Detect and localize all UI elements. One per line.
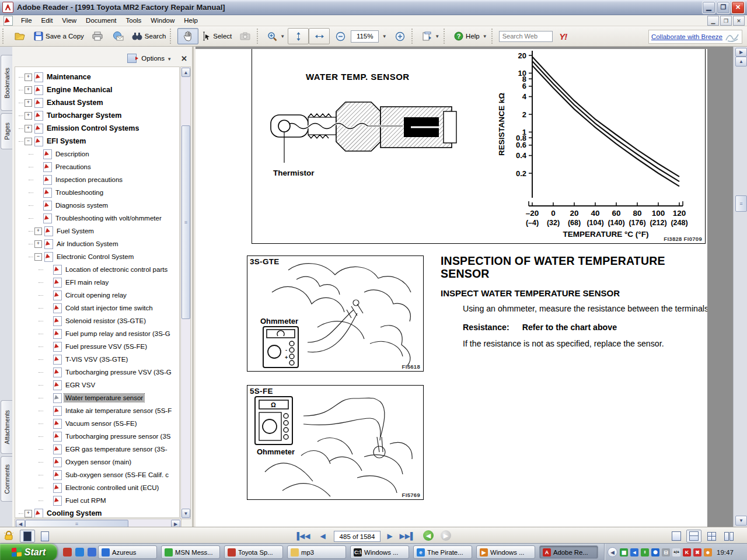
bookmark-item[interactable]: Description [15,148,179,160]
doc-minimize-button[interactable]: ▁ [707,16,719,26]
bookmark-item[interactable]: EGR gas temperature sensor (3S- [15,443,179,456]
volume-icon[interactable]: ◄ [630,548,638,556]
expand-icon[interactable]: + [25,86,32,94]
tab-bookmarks[interactable]: Bookmarks [1,55,12,111]
bookmark-item[interactable]: Electronic controlled unit (ECU) [15,481,179,494]
bookmark-label[interactable]: Circuit opening relay [64,291,128,299]
taskbar-button-the-pirate[interactable]: eThe Pirate... [413,545,472,559]
bookmark-item[interactable]: −EFI System [15,135,179,148]
bookmark-item[interactable]: Intake air temperature sensor (5S-F [15,404,179,417]
bookmark-item[interactable]: Location of electronic control parts [15,263,179,276]
snapshot-tool-button[interactable] [235,28,256,44]
internet-explorer-icon[interactable] [75,548,84,556]
print-button[interactable] [87,28,108,44]
search-web-input[interactable] [499,31,553,42]
zoom-in-button[interactable] [389,28,410,44]
windows-messenger-icon[interactable] [88,548,96,556]
bookmark-label[interactable]: Oxygen sensor (main) [64,458,132,466]
bookmark-item[interactable]: Oxygen sensor (main) [15,456,179,468]
next-page-button[interactable]: ▶ [382,530,397,542]
bookmark-item[interactable]: +Exhaust System [15,96,179,109]
collapse-icon[interactable]: − [34,253,42,261]
remote-desktop-icon[interactable]: ▦ [620,548,628,556]
panel-close-icon[interactable]: ✕ [181,54,187,63]
bookmark-label[interactable]: Diagnosis system [54,201,109,209]
bookmark-item[interactable]: −Electronic Control System [15,250,179,263]
search-button[interactable]: Search [129,28,169,44]
bookmark-item[interactable]: Vacuum sensor (5S-FE) [15,417,179,430]
bookmark-item[interactable]: Troubleshooting [15,186,179,199]
antivirus-icon[interactable]: K [683,548,691,556]
messenger-icon[interactable]: ⚉ [651,548,659,556]
toolbar-overflow-button[interactable]: ▶ [735,48,747,57]
layout-single-button[interactable] [669,530,684,542]
menu-item-window[interactable]: Window [146,16,179,25]
bookmark-item[interactable]: Fuel pressure VSV (5S-FE) [15,340,179,353]
zoom-out-button[interactable] [330,28,351,44]
doc-restore-button[interactable]: ❐ [720,16,732,26]
bookmark-item[interactable]: Turbocharging pressure VSV (3S-G [15,366,179,379]
bookmark-label[interactable]: Location of electronic control parts [64,265,169,274]
bookmark-item[interactable]: Cold start injector time switch [15,302,179,314]
scroll-down-arrow[interactable]: ▼ [181,509,190,518]
bookmark-item[interactable]: Inspection precautions [15,173,179,186]
bookmark-label[interactable]: Fuel pump relay and resistor (3S-G [64,330,172,338]
tab-comments[interactable]: Comments [1,456,12,502]
single-page-view-button[interactable] [20,530,35,542]
bookmark-item[interactable]: Troubleshooting with volt/ohmmeter [15,212,179,225]
bookmark-label[interactable]: Exhaust System [46,98,104,107]
bookmark-label[interactable]: T-VIS VSV (3S-GTE) [64,355,129,363]
zoom-level-dropdown[interactable]: ▼ [379,28,389,44]
next-view-button[interactable]: ▶ [441,530,451,541]
bookmark-label[interactable]: Fuel System [55,227,95,235]
bookmark-item[interactable]: Solenoid resistor (3S-GTE) [15,314,179,327]
bookmark-label[interactable]: Maintenance [46,72,92,82]
menu-item-tools[interactable]: Tools [121,16,146,25]
scroll-up-arrow[interactable]: ▲ [181,68,190,77]
bookmark-item[interactable]: Turbocharging pressure sensor (3S [15,430,179,443]
toolbar-grip[interactable] [444,29,449,44]
scroll-down-arrow[interactable]: ▼ [735,516,747,526]
tab-attachments[interactable]: Attachments [1,400,12,454]
user-icon[interactable]: ☻ [704,548,712,556]
menu-item-edit[interactable]: Edit [37,16,58,25]
taskbar-button-windows[interactable]: C:\Windows ... [350,545,409,559]
open-button[interactable] [10,28,31,44]
layout-two-up-button[interactable] [721,530,736,542]
expand-icon[interactable]: + [25,99,32,107]
bookmark-item[interactable]: Fuel pump relay and resistor (3S-G [15,327,179,340]
expand-icon[interactable]: + [25,125,32,132]
bookmark-label[interactable]: EFI main relay [64,278,110,286]
bookmark-item[interactable]: +Maintenance [15,71,179,83]
taskbar-button-mp3[interactable]: mp3 [287,545,346,559]
keyboard-layout-icon[interactable]: +/+ [672,548,680,556]
bookmark-label[interactable]: Turbocharging pressure VSV (3S-G [64,368,173,376]
toolbar-grip[interactable] [257,29,262,44]
page-number-field[interactable] [334,531,381,542]
bookmark-item[interactable]: +Fuel System [15,225,179,237]
bookmark-label[interactable]: Precautions [54,163,92,171]
expand-icon[interactable]: + [25,112,32,120]
bookmark-label[interactable]: Fuel pressure VSV (5S-FE) [64,342,148,351]
bookmark-item[interactable]: +Engine Mechanical [15,83,179,96]
expand-icon[interactable]: + [25,74,32,81]
bookmark-label[interactable]: Fuel cut RPM [64,496,107,505]
menu-item-file[interactable]: File [16,16,37,25]
bookmark-label[interactable]: EGR VSV [64,381,96,389]
bookmark-label[interactable]: Electronic Control System [55,253,135,261]
last-page-button[interactable]: ▶▶▌ [400,530,415,542]
expand-icon[interactable]: + [34,228,42,235]
bookmark-label[interactable]: Intake air temperature sensor (5S-F [64,407,173,415]
wireless-icon[interactable]: ᵎᵎ [641,548,649,556]
layout-facing-button[interactable] [704,530,719,542]
help-button[interactable]: ? Help ▼ [451,28,490,44]
toolbar-grip[interactable] [2,29,8,44]
toolbar-grip[interactable] [411,29,417,44]
zoom-level-field[interactable]: 115% [351,30,379,43]
taskbar-button-toyota-sp[interactable]: Toyota Sp... [224,545,283,559]
bookmark-label[interactable]: Water temperature sensor [64,394,144,402]
toolbar-grip[interactable] [170,29,175,44]
tab-pages[interactable]: Pages [1,113,12,149]
scrollbar-thumb[interactable] [735,195,747,212]
page-display-button[interactable]: ▼ [419,28,442,44]
